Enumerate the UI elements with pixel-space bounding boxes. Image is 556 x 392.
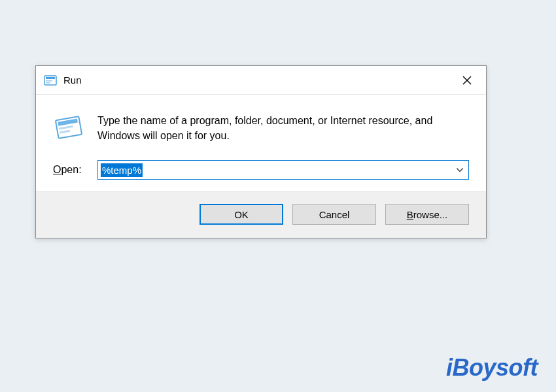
- open-input-value[interactable]: %temp%: [101, 163, 143, 178]
- close-icon: [462, 76, 472, 85]
- svg-rect-2: [46, 80, 52, 82]
- svg-rect-1: [46, 77, 55, 79]
- dialog-content: Type the name of a program, folder, docu…: [36, 95, 486, 191]
- watermark-logo: iBoysoft: [446, 354, 538, 382]
- open-label: Open:: [53, 164, 87, 176]
- browse-button[interactable]: Browse...: [385, 204, 469, 225]
- svg-rect-3: [46, 82, 50, 84]
- titlebar: Run: [36, 66, 486, 95]
- run-icon: [44, 74, 57, 87]
- chevron-down-icon[interactable]: [455, 165, 464, 174]
- dialog-title: Run: [63, 74, 452, 86]
- close-button[interactable]: [452, 69, 482, 92]
- description-row: Type the name of a program, folder, docu…: [53, 112, 469, 143]
- ok-button[interactable]: OK: [200, 204, 283, 225]
- open-combobox[interactable]: %temp%: [97, 160, 469, 180]
- input-row: Open: %temp%: [53, 160, 469, 180]
- dialog-description: Type the name of a program, folder, docu…: [97, 112, 469, 143]
- run-large-icon: [53, 112, 84, 143]
- run-dialog: Run Type the name of a program, fo: [35, 65, 487, 238]
- button-row: OK Cancel Browse...: [36, 191, 486, 238]
- cancel-button[interactable]: Cancel: [292, 204, 376, 225]
